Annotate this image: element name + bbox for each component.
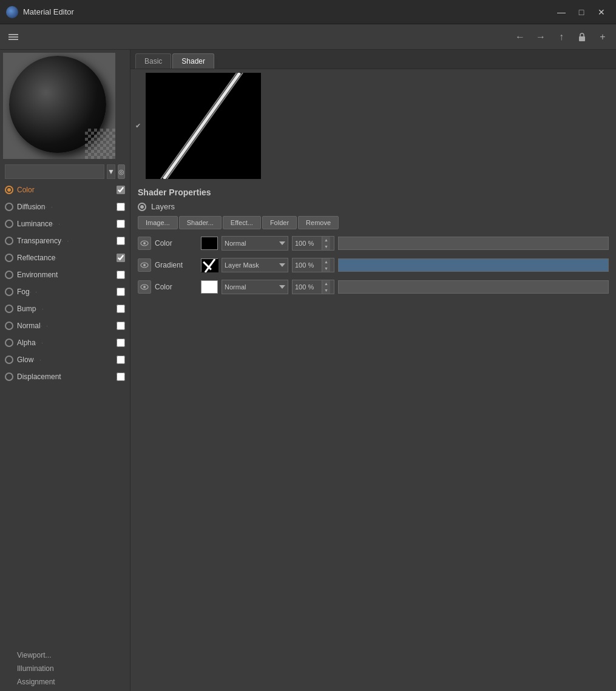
- channel-checkbox-alpha[interactable]: [117, 339, 125, 347]
- channel-radio-environment[interactable]: [5, 271, 13, 279]
- layer-percent-down-2[interactable]: ▼: [322, 287, 330, 294]
- close-button[interactable]: ✕: [593, 4, 610, 21]
- layers-toolbar-btn-folder[interactable]: Folder: [262, 216, 297, 229]
- material-name-input[interactable]: Mat: [5, 164, 104, 179]
- layer-percent-up-0[interactable]: ▲: [322, 237, 330, 243]
- channel-name-normal: Normal· ·: [17, 322, 113, 330]
- menu-button[interactable]: [5, 29, 22, 46]
- mat-action-button[interactable]: ◎: [118, 164, 125, 179]
- eye-icon: [140, 262, 149, 268]
- lock-button[interactable]: [574, 29, 591, 46]
- sidebar-item-glow[interactable]: Glow· ·: [0, 351, 130, 368]
- layer-percent-down-1[interactable]: ▼: [322, 265, 330, 272]
- channel-name-luminance: Luminance· ·: [17, 220, 113, 228]
- channel-radio-reflectance[interactable]: [5, 254, 13, 262]
- channel-radio-alpha[interactable]: [5, 339, 13, 347]
- channel-name-reflectance: Reflectance·: [17, 254, 113, 262]
- layer-eye-0[interactable]: [138, 237, 151, 250]
- sidebar-item-bump[interactable]: Bump· ·: [0, 300, 130, 317]
- layer-percent-2: ▲▼: [292, 280, 334, 294]
- layer-percent-input-2[interactable]: [293, 282, 322, 292]
- minimize-button[interactable]: —: [553, 4, 570, 21]
- channel-checkbox-fog[interactable]: [117, 288, 125, 296]
- sidebar-item-fog[interactable]: Fog· ·: [0, 283, 130, 300]
- layer-percent-input-1[interactable]: [293, 260, 322, 270]
- layer-bar-1: [338, 258, 609, 272]
- mat-dropdown-button[interactable]: ▼: [107, 164, 115, 179]
- sidebar-item-displacement[interactable]: Displacement: [0, 368, 130, 385]
- layer-swatch-0[interactable]: [201, 237, 218, 250]
- channel-radio-color[interactable]: [5, 186, 13, 194]
- eye-icon: [140, 240, 149, 246]
- forward-button[interactable]: →: [532, 29, 549, 46]
- layer-swatch-1[interactable]: [201, 258, 218, 272]
- layer-percent-spin-1: ▲▼: [322, 258, 330, 272]
- hamburger-icon: [8, 33, 18, 41]
- channel-radio-fog[interactable]: [5, 288, 13, 296]
- channel-checkbox-bump[interactable]: [117, 305, 125, 313]
- layer-blend-select-2[interactable]: NormalMultiplyScreenOverlayLayer Mask: [222, 280, 288, 294]
- maximize-button[interactable]: □: [573, 4, 590, 21]
- sidebar-item-luminance[interactable]: Luminance· ·: [0, 215, 130, 232]
- channel-name-displacement: Displacement: [17, 372, 113, 381]
- layer-swatch-2[interactable]: [201, 280, 218, 294]
- layers-toolbar-btn-shader-[interactable]: Shader...: [179, 216, 222, 229]
- channel-checkbox-normal[interactable]: [117, 322, 125, 330]
- sidebar-item-reflectance[interactable]: Reflectance·: [0, 249, 130, 266]
- extra-item-viewport-[interactable]: Viewport...: [0, 649, 130, 662]
- layer-percent-up-2[interactable]: ▲: [322, 280, 330, 287]
- sidebar-item-environment[interactable]: Environment: [0, 266, 130, 283]
- chevron-check: ✔: [135, 122, 141, 130]
- tab-shader[interactable]: Shader: [172, 53, 214, 69]
- layers-toolbar-btn-effect-[interactable]: Effect...: [223, 216, 261, 229]
- back-button[interactable]: ←: [512, 29, 529, 46]
- channel-checkbox-transparency[interactable]: [117, 237, 125, 245]
- main-layout: Mat ▼ ◎ ColorDiffusion· ·Luminance· ·Tra…: [0, 50, 616, 691]
- channel-checkbox-displacement[interactable]: [117, 372, 125, 381]
- channel-checkbox-glow[interactable]: [117, 356, 125, 364]
- channel-radio-displacement[interactable]: [5, 372, 13, 381]
- channel-checkbox-luminance[interactable]: [117, 220, 125, 228]
- layers-toolbar-btn-image-[interactable]: Image...: [138, 216, 178, 229]
- shader-properties-section: Shader Properties Layers Image...Shader.…: [130, 183, 616, 303]
- layer-name-2: Color: [155, 283, 197, 291]
- sidebar-item-diffusion[interactable]: Diffusion· ·: [0, 198, 130, 215]
- sidebar-item-alpha[interactable]: Alpha· ·: [0, 334, 130, 351]
- layer-percent-input-0[interactable]: [293, 238, 322, 248]
- title-bar-left: Material Editor: [6, 6, 74, 18]
- svg-point-12: [143, 286, 146, 288]
- channel-radio-transparency[interactable]: [5, 237, 13, 245]
- layer-blend-select-0[interactable]: NormalMultiplyScreenOverlayLayer Mask: [222, 236, 288, 251]
- up-button[interactable]: ↑: [553, 29, 570, 46]
- channel-radio-glow[interactable]: [5, 356, 13, 364]
- layers-radio[interactable]: [138, 203, 146, 211]
- layer-eye-2[interactable]: [138, 280, 151, 294]
- app-icon: [6, 6, 18, 18]
- shader-preview[interactable]: [146, 73, 261, 179]
- layer-percent-up-1[interactable]: ▲: [322, 258, 330, 265]
- add-button[interactable]: +: [594, 29, 611, 46]
- layers-toolbar-btn-remove[interactable]: Remove: [298, 216, 339, 229]
- channel-checkbox-color[interactable]: [117, 186, 125, 194]
- lock-icon: [578, 32, 586, 42]
- channel-radio-luminance[interactable]: [5, 220, 13, 228]
- channel-checkbox-diffusion[interactable]: [117, 203, 125, 211]
- channel-radio-bump[interactable]: [5, 305, 13, 313]
- channel-name-transparency: Transparency· ·: [17, 237, 113, 245]
- sidebar-item-transparency[interactable]: Transparency· ·: [0, 232, 130, 249]
- channel-dots-alpha: · ·: [36, 340, 44, 346]
- extra-item-assignment[interactable]: Assignment: [0, 675, 130, 689]
- channel-checkbox-reflectance[interactable]: [117, 254, 125, 262]
- layer-blend-select-1[interactable]: NormalMultiplyScreenOverlayLayer Mask: [222, 258, 288, 272]
- preview-checker: [85, 129, 115, 159]
- channel-radio-diffusion[interactable]: [5, 203, 13, 211]
- extra-item-illumination[interactable]: Illumination: [0, 662, 130, 675]
- layer-percent-down-0[interactable]: ▼: [322, 243, 330, 250]
- channel-checkbox-environment[interactable]: [117, 271, 125, 279]
- channel-radio-normal[interactable]: [5, 322, 13, 330]
- layer-eye-1[interactable]: [138, 258, 151, 272]
- sidebar: Mat ▼ ◎ ColorDiffusion· ·Luminance· ·Tra…: [0, 50, 130, 691]
- sidebar-item-normal[interactable]: Normal· ·: [0, 317, 130, 334]
- sidebar-item-color[interactable]: Color: [0, 181, 130, 198]
- tab-basic[interactable]: Basic: [135, 53, 171, 69]
